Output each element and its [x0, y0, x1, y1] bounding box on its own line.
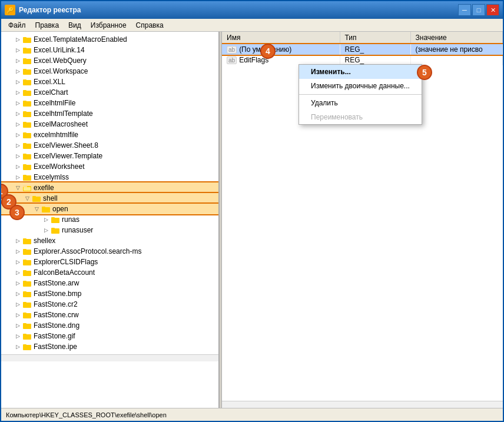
- tree-item[interactable]: ▷ Excel.WebQuery: [1, 55, 218, 66]
- close-button[interactable]: ✕: [486, 4, 499, 16]
- maximize-button[interactable]: □: [472, 4, 485, 16]
- svg-rect-29: [23, 185, 27, 187]
- tree-item[interactable]: ▷ FastStone.arw: [1, 278, 218, 288]
- tree-item[interactable]: ▷ ExplorerCLSIDFlags: [1, 257, 218, 267]
- tree-label: ExplorerCLSIDFlags: [34, 258, 98, 266]
- svg-rect-44: [23, 260, 26, 261]
- registry-editor-window: 🔑 Редактор реестра ─ □ ✕ Файл Правка Вид…: [0, 0, 504, 422]
- tree-item-runas[interactable]: ▷ runas: [1, 214, 218, 225]
- tree-item[interactable]: ▷ ExcelhtmlTemplate: [1, 108, 218, 119]
- expander-icon: ▷: [13, 98, 22, 108]
- expander-icon: ▷: [13, 268, 22, 277]
- expander-icon: ▷: [41, 215, 51, 224]
- tree-item[interactable]: ▷ shellex: [1, 235, 218, 246]
- expander-icon: ▽: [13, 183, 22, 192]
- menu-edit[interactable]: Правка: [31, 20, 64, 31]
- minimize-button[interactable]: ─: [458, 4, 471, 16]
- folder-icon: [22, 141, 32, 149]
- tree-item[interactable]: ▷ FastStone.bmp: [1, 288, 218, 299]
- folder-icon: [22, 162, 32, 171]
- context-menu-rename[interactable]: Переименовать: [299, 110, 422, 124]
- tree-item-runasuser[interactable]: ▷ runasuser: [1, 225, 218, 235]
- svg-rect-56: [23, 323, 26, 325]
- svg-rect-60: [23, 344, 26, 346]
- tree-label: ExcelChart: [34, 88, 68, 97]
- status-text: Компьютер\HKEY_CLASSES_ROOT\exefile\shel…: [6, 411, 167, 418]
- tree-label: FalconBetaAccount: [34, 268, 95, 277]
- reg-value-icon: ab: [227, 46, 237, 54]
- tree-item[interactable]: ▷ FastStone.cr2: [1, 299, 218, 310]
- left-pane-scrollbar[interactable]: [1, 354, 218, 361]
- menu-file[interactable]: Файл: [4, 20, 31, 31]
- expander-icon: ▷: [13, 67, 22, 76]
- tree-label: runas: [62, 215, 79, 224]
- tree-item[interactable]: ▷ excelmhtmlfile: [1, 129, 218, 140]
- menu-view[interactable]: Вид: [64, 20, 86, 31]
- svg-rect-3: [23, 48, 26, 49]
- tree-item[interactable]: ▷ FastStone.crw: [1, 310, 218, 320]
- folder-icon: [22, 67, 32, 75]
- col-header-type[interactable]: Тип: [340, 32, 410, 44]
- col-header-value[interactable]: Значение: [410, 32, 503, 44]
- tree-label: ExcelWorksheet: [34, 162, 84, 171]
- tree-item-open[interactable]: ▽ open: [1, 204, 218, 214]
- menu-help[interactable]: Справка: [131, 20, 168, 31]
- tree-label: ExcelViewer.Sheet.8: [34, 141, 98, 149]
- tree-item[interactable]: ▷ FastStone.ipe: [1, 341, 218, 352]
- left-pane[interactable]: ▷ Excel.TemplateMacroEnabled ▷ Excel.Uri…: [1, 32, 219, 408]
- tree-item[interactable]: ▷ Excelymlss: [1, 172, 218, 182]
- folder-icon: [22, 268, 32, 277]
- right-pane: Имя Тип Значение ab (По умолчанию): [222, 32, 503, 408]
- tree-item-exefile[interactable]: ▽ exefile: [1, 182, 218, 193]
- svg-rect-1: [23, 37, 26, 39]
- tree-item-excel-workspace[interactable]: ▷ Excel.Workspace: [1, 66, 218, 77]
- svg-rect-54: [23, 313, 26, 314]
- context-menu-modify[interactable]: Изменить...: [299, 65, 422, 79]
- tree-item[interactable]: ▷ ExcelViewer.Sheet.8: [1, 140, 218, 151]
- right-pane-scrollbar[interactable]: [222, 401, 503, 408]
- tree-item[interactable]: ▷ Excel.UriLink.14: [1, 45, 218, 55]
- status-bar: Компьютер\HKEY_CLASSES_ROOT\exefile\shel…: [1, 408, 503, 421]
- folder-open-icon: [22, 184, 32, 192]
- tree-item[interactable]: ▷ ExcelMacrosheet: [1, 119, 218, 129]
- window-controls: ─ □ ✕: [458, 4, 499, 16]
- folder-icon: [22, 131, 32, 139]
- tree-item[interactable]: ▷ FastStone.gif: [1, 331, 218, 341]
- tree-item[interactable]: ▷ Excel.XLL: [1, 77, 218, 87]
- tree-item[interactable]: ▷ ExcelWorksheet: [1, 161, 218, 172]
- tree-label: shellex: [34, 237, 55, 245]
- tree-item[interactable]: ▷ Explorer.AssocProtocol.search-ms: [1, 246, 218, 257]
- expander-icon: ▽: [22, 194, 32, 203]
- tree-item[interactable]: ▷ ExcelChart: [1, 87, 218, 98]
- title-text: Редактор реестра: [19, 6, 458, 14]
- tree-label: Excel.Workspace: [34, 67, 88, 75]
- tree-label: exefile: [34, 184, 54, 192]
- tree-item-shell[interactable]: ▽ shell: [1, 193, 218, 204]
- svg-rect-38: [51, 228, 55, 230]
- context-menu-modify-binary[interactable]: Изменить двоичные данные...: [299, 79, 422, 93]
- folder-icon: [22, 99, 32, 107]
- folder-icon: [22, 343, 32, 351]
- expander-icon: ▷: [13, 321, 22, 330]
- exefile-container: 1 ▽ exefile: [1, 182, 218, 193]
- svg-rect-25: [23, 164, 26, 166]
- folder-icon: [51, 226, 60, 234]
- tree-item[interactable]: ▷ ExcelViewer.Template: [1, 151, 218, 161]
- open-container: 3 ▽ open: [1, 204, 218, 214]
- main-content: ▷ Excel.TemplateMacroEnabled ▷ Excel.Uri…: [1, 32, 503, 408]
- tree-item[interactable]: ▷ FalconBetaAccount: [1, 267, 218, 278]
- tree-label: Excelymlss: [34, 173, 69, 181]
- context-menu-item-container: 5 Изменить...: [299, 65, 422, 79]
- tree-label: runasuser: [62, 226, 93, 234]
- menu-favorites[interactable]: Избранное: [86, 20, 131, 31]
- tree-label: Excel.TemplateMacroEnabled: [34, 35, 127, 44]
- context-menu-delete[interactable]: Удалить: [299, 96, 422, 110]
- svg-rect-11: [23, 90, 26, 92]
- tree-item[interactable]: ▷ Excel.TemplateMacroEnabled: [1, 34, 218, 45]
- menu-bar: Файл Правка Вид Избранное Справка: [1, 19, 503, 32]
- col-header-name[interactable]: Имя: [222, 32, 340, 44]
- tree-label: Excel.XLL: [34, 78, 65, 86]
- reg-value-icon: ab: [227, 57, 237, 64]
- tree-item[interactable]: ▷ FastStone.dng: [1, 320, 218, 331]
- tree-item[interactable]: ▷ ExcelhtmlFile: [1, 98, 218, 108]
